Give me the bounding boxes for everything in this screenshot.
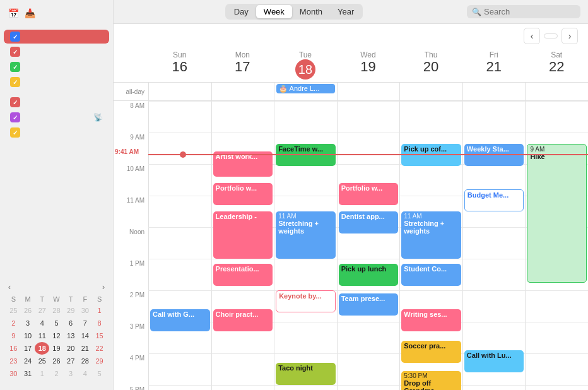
today-button[interactable] bbox=[544, 33, 558, 38]
event-block[interactable]: 9 AMHike bbox=[527, 144, 587, 283]
mini-cal-day[interactable]: 26 bbox=[21, 304, 35, 317]
time-cell[interactable] bbox=[148, 227, 211, 259]
event-block[interactable]: Presentatio... bbox=[213, 264, 273, 286]
time-cell[interactable] bbox=[274, 322, 337, 353]
mini-cal-day[interactable]: 15 bbox=[92, 329, 107, 342]
mini-cal-day[interactable]: 29 bbox=[92, 355, 107, 367]
sidebar-item-family[interactable]: ✓ bbox=[4, 60, 109, 74]
mini-cal-day[interactable]: 17 bbox=[21, 342, 35, 355]
mini-cal-day[interactable]: 26 bbox=[49, 355, 64, 367]
time-cell[interactable] bbox=[337, 385, 400, 390]
time-cell[interactable] bbox=[399, 101, 462, 133]
time-cell[interactable] bbox=[148, 133, 211, 164]
event-block[interactable]: Choir pract... bbox=[213, 309, 273, 331]
event-block[interactable]: Keynote by... bbox=[276, 290, 336, 312]
time-cell[interactable] bbox=[148, 353, 211, 385]
time-cell[interactable] bbox=[337, 353, 400, 385]
view-btn-week[interactable]: Week bbox=[256, 5, 292, 18]
time-cell[interactable] bbox=[337, 101, 400, 133]
sidebar-item-work[interactable]: ✓ bbox=[4, 45, 109, 59]
mini-cal-day[interactable]: 14 bbox=[78, 329, 93, 342]
sidebar-item-school[interactable]: ✓ bbox=[4, 75, 109, 89]
mini-cal-day[interactable]: 3 bbox=[64, 367, 78, 380]
view-btn-day[interactable]: Day bbox=[226, 5, 256, 18]
mini-cal-day[interactable]: 30 bbox=[78, 304, 93, 317]
view-btn-year[interactable]: Year bbox=[330, 5, 362, 18]
school-checkbox[interactable]: ✓ bbox=[10, 77, 20, 87]
event-block[interactable]: Leadership - bbox=[213, 211, 273, 259]
mini-cal-day[interactable]: 25 bbox=[6, 304, 21, 317]
mini-cal-next[interactable]: › bbox=[100, 283, 107, 292]
mini-cal-day[interactable]: 27 bbox=[35, 304, 49, 317]
sidebar-item-birthdays[interactable]: ✓ bbox=[4, 95, 109, 109]
mini-cal-day[interactable]: 7 bbox=[78, 317, 93, 329]
event-block[interactable]: Pick up lunch bbox=[339, 264, 399, 286]
sidebar-item-us-holidays[interactable]: ✓ 📡 bbox=[4, 110, 109, 124]
allday-event-andre[interactable]: 🎂 Andre L... bbox=[276, 84, 335, 93]
time-cell[interactable] bbox=[525, 353, 588, 385]
mini-cal-day[interactable]: 12 bbox=[49, 329, 64, 342]
mini-cal-day[interactable]: 29 bbox=[64, 304, 78, 317]
time-cell[interactable] bbox=[274, 385, 337, 390]
event-block[interactable]: 11 AMStretching + weights bbox=[401, 211, 461, 259]
time-cell[interactable] bbox=[462, 290, 526, 322]
event-block[interactable]: Writing ses... bbox=[401, 309, 461, 331]
mini-cal-day[interactable]: 1 bbox=[35, 367, 49, 380]
time-cell[interactable] bbox=[462, 101, 526, 133]
mini-cal-day[interactable]: 18 bbox=[35, 342, 49, 355]
event-block[interactable]: Dentist app... bbox=[339, 211, 399, 233]
prev-week-button[interactable]: ‹ bbox=[524, 28, 540, 44]
time-cell[interactable] bbox=[148, 259, 211, 290]
time-cell[interactable] bbox=[525, 101, 588, 133]
family-checkbox[interactable]: ✓ bbox=[10, 62, 20, 72]
time-cell[interactable] bbox=[462, 227, 526, 259]
mini-cal-day[interactable]: 4 bbox=[78, 367, 93, 380]
event-block[interactable]: Team prese... bbox=[339, 293, 399, 316]
time-cell[interactable] bbox=[525, 385, 588, 390]
time-cell[interactable] bbox=[148, 164, 211, 196]
event-block[interactable]: 5:30 PMDrop off Grandma... bbox=[401, 371, 461, 390]
mini-cal-day[interactable]: 3 bbox=[21, 317, 35, 329]
event-block[interactable]: Budget Me... bbox=[464, 189, 524, 211]
mini-cal-day[interactable]: 31 bbox=[21, 367, 35, 380]
time-cell[interactable] bbox=[148, 101, 211, 133]
work-checkbox[interactable]: ✓ bbox=[10, 47, 20, 57]
mini-cal-day[interactable]: 2 bbox=[6, 317, 21, 329]
mini-cal-day[interactable]: 10 bbox=[21, 329, 35, 342]
time-cell[interactable] bbox=[274, 164, 337, 196]
personal-checkbox[interactable]: ✓ bbox=[10, 32, 20, 42]
sidebar-item-personal[interactable]: ✓ bbox=[4, 30, 109, 44]
siri-checkbox[interactable]: ✓ bbox=[10, 127, 20, 138]
time-cell[interactable] bbox=[211, 101, 274, 133]
event-block[interactable]: Portfolio w... bbox=[339, 183, 399, 205]
time-cell[interactable] bbox=[274, 101, 337, 133]
time-cell[interactable] bbox=[462, 385, 526, 390]
event-block[interactable]: Call with Lu... bbox=[464, 350, 524, 372]
mini-cal-day[interactable]: 6 bbox=[64, 317, 78, 329]
time-cell[interactable] bbox=[462, 322, 526, 353]
time-cell[interactable] bbox=[337, 322, 400, 353]
mini-cal-day[interactable]: 9 bbox=[6, 329, 21, 342]
event-block[interactable]: Call with G... bbox=[150, 309, 210, 331]
mini-cal-day[interactable]: 1 bbox=[92, 304, 107, 317]
event-block[interactable]: Student Co... bbox=[401, 264, 461, 286]
us-holidays-checkbox[interactable]: ✓ bbox=[10, 112, 20, 122]
event-block[interactable]: Soccer pra... bbox=[401, 341, 461, 363]
event-block[interactable]: Portfolio w... bbox=[213, 183, 273, 205]
mini-cal-day[interactable]: 8 bbox=[92, 317, 107, 329]
event-block[interactable]: 11 AMStretching + weights bbox=[276, 211, 336, 259]
mini-cal-day[interactable]: 19 bbox=[49, 342, 64, 355]
mini-cal-day[interactable]: 16 bbox=[6, 342, 21, 355]
mini-cal-day[interactable]: 21 bbox=[78, 342, 93, 355]
time-cell[interactable] bbox=[148, 385, 211, 390]
mini-cal-day[interactable]: 28 bbox=[49, 304, 64, 317]
mini-cal-prev[interactable]: ‹ bbox=[6, 283, 13, 292]
next-week-button[interactable]: › bbox=[562, 28, 578, 44]
mini-cal-day[interactable]: 2 bbox=[49, 367, 64, 380]
mini-cal-day[interactable]: 23 bbox=[6, 355, 21, 367]
mini-cal-day[interactable]: 13 bbox=[64, 329, 78, 342]
mini-cal-day[interactable]: 28 bbox=[78, 355, 93, 367]
time-cell[interactable] bbox=[525, 322, 588, 353]
time-cell[interactable] bbox=[525, 290, 588, 322]
sidebar-item-siri[interactable]: ✓ bbox=[4, 126, 109, 139]
